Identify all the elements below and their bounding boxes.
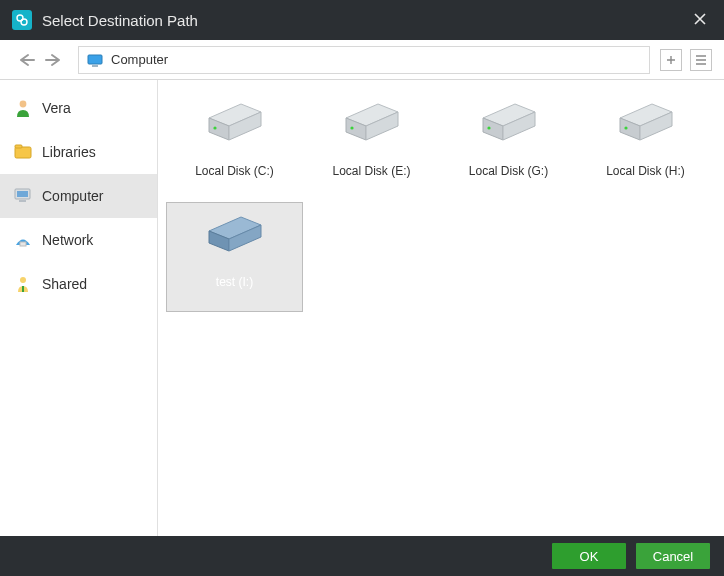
path-box[interactable]: Computer xyxy=(78,46,650,74)
network-icon xyxy=(14,231,32,249)
svg-rect-2 xyxy=(88,55,102,64)
back-button[interactable] xyxy=(12,46,40,74)
view-list-button[interactable] xyxy=(690,49,712,71)
footer: OK Cancel xyxy=(0,536,724,576)
svg-rect-5 xyxy=(15,147,31,158)
app-icon xyxy=(12,10,32,30)
svg-rect-9 xyxy=(19,200,26,202)
hdd-icon xyxy=(477,98,541,150)
shared-icon xyxy=(14,275,32,293)
titlebar: Select Destination Path xyxy=(0,0,724,40)
drive-item[interactable]: Local Disk (E:) xyxy=(303,92,440,202)
svg-point-11 xyxy=(20,277,26,283)
toolbar: Computer xyxy=(0,40,724,80)
svg-rect-3 xyxy=(92,65,98,67)
forward-button[interactable] xyxy=(40,46,68,74)
svg-point-1 xyxy=(21,19,27,25)
sidebar-item-shared[interactable]: Shared xyxy=(0,262,157,306)
drive-item[interactable]: Local Disk (H:) xyxy=(577,92,714,202)
hdd-icon xyxy=(340,98,404,150)
hdd-icon xyxy=(203,98,267,150)
svg-point-19 xyxy=(350,126,353,129)
removable-disk-icon xyxy=(203,209,267,261)
sidebar-item-label: Network xyxy=(42,232,93,248)
sidebar-item-libraries[interactable]: Libraries xyxy=(0,130,157,174)
svg-point-15 xyxy=(213,126,216,129)
drive-label: Local Disk (H:) xyxy=(606,164,685,178)
svg-rect-8 xyxy=(17,191,28,197)
svg-rect-6 xyxy=(15,145,22,148)
svg-point-27 xyxy=(624,126,627,129)
sidebar-item-label: Libraries xyxy=(42,144,96,160)
sidebar-item-label: Computer xyxy=(42,188,103,204)
close-button[interactable] xyxy=(688,10,712,31)
drive-item-selected[interactable]: test (I:) xyxy=(166,202,303,312)
computer-icon xyxy=(87,54,103,66)
main: Vera Libraries Computer Network Shared xyxy=(0,80,724,536)
content-pane: Local Disk (C:) Local Disk (E:) Local Di… xyxy=(158,80,724,536)
computer-icon xyxy=(14,187,32,205)
cancel-button[interactable]: Cancel xyxy=(636,543,710,569)
drive-label: Local Disk (E:) xyxy=(332,164,410,178)
sidebar-item-label: Vera xyxy=(42,100,71,116)
sidebar-item-vera[interactable]: Vera xyxy=(0,86,157,130)
drive-label: Local Disk (G:) xyxy=(469,164,548,178)
svg-rect-10 xyxy=(20,242,26,246)
hdd-icon xyxy=(614,98,678,150)
user-icon xyxy=(14,99,32,117)
sidebar-item-computer[interactable]: Computer xyxy=(0,174,157,218)
svg-point-23 xyxy=(487,126,490,129)
drive-item[interactable]: Local Disk (C:) xyxy=(166,92,303,202)
ok-button[interactable]: OK xyxy=(552,543,626,569)
sidebar-item-label: Shared xyxy=(42,276,87,292)
drive-label: test (I:) xyxy=(216,275,253,289)
sidebar: Vera Libraries Computer Network Shared xyxy=(0,80,158,536)
drive-item[interactable]: Local Disk (G:) xyxy=(440,92,577,202)
drive-label: Local Disk (C:) xyxy=(195,164,274,178)
svg-point-4 xyxy=(20,101,27,108)
window-title: Select Destination Path xyxy=(42,12,688,29)
sidebar-item-network[interactable]: Network xyxy=(0,218,157,262)
libraries-icon xyxy=(14,143,32,161)
path-label: Computer xyxy=(111,52,168,67)
new-folder-button[interactable] xyxy=(660,49,682,71)
